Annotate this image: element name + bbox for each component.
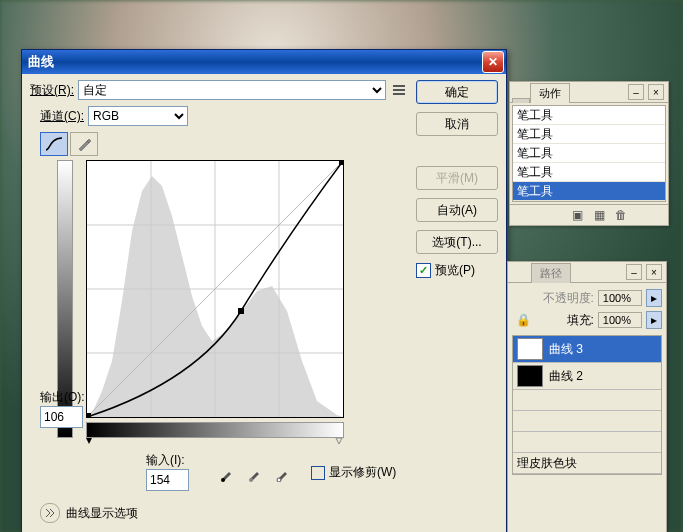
layer-item[interactable] — [513, 390, 661, 411]
curve-tool-button[interactable] — [40, 132, 68, 156]
curve-endpoint[interactable] — [339, 161, 343, 165]
panel-minimize-button[interactable]: – — [626, 264, 642, 280]
svg-marker-7 — [336, 438, 342, 444]
pencil-icon — [77, 137, 91, 151]
opacity-label: 不透明度: — [543, 290, 594, 307]
actions-footer: ▣ ▦ 🗑 — [510, 204, 668, 225]
tab-hidden[interactable] — [512, 98, 530, 103]
layer-thumb — [517, 365, 543, 387]
pencil-tool-button[interactable] — [70, 132, 98, 156]
preview-label: 预览(P) — [435, 262, 475, 279]
action-item[interactable]: 笔工具 — [513, 106, 665, 125]
opacity-arrow[interactable]: ▸ — [646, 289, 662, 307]
preset-label: 预设(R): — [30, 82, 74, 99]
gray-point-eyedropper[interactable] — [245, 462, 265, 482]
svg-point-10 — [277, 478, 281, 482]
layer-item[interactable]: 曲线 2 — [513, 363, 661, 390]
expand-options-button[interactable] — [40, 503, 60, 523]
layer-item[interactable] — [513, 432, 661, 453]
actions-list: 笔工具 笔工具 笔工具 笔工具 笔工具 — [512, 105, 666, 202]
curve-point[interactable] — [238, 308, 244, 314]
curve-icon — [45, 137, 63, 151]
curve-endpoint[interactable] — [87, 413, 91, 417]
action-item[interactable]: 笔工具 — [513, 144, 665, 163]
show-clipping-label: 显示修剪(W) — [329, 464, 396, 481]
layer-name: 曲线 3 — [549, 341, 583, 358]
action-item[interactable]: 笔工具 — [513, 182, 665, 201]
trash-icon[interactable]: 🗑 — [614, 208, 628, 222]
chevron-down-icon — [45, 508, 55, 518]
output-input[interactable] — [40, 406, 83, 428]
actions-panel: 动作 – × 笔工具 笔工具 笔工具 笔工具 笔工具 ▣ ▦ 🗑 — [509, 81, 669, 226]
action-item[interactable]: 笔工具 — [513, 163, 665, 182]
layers-panel: . 路径 – × 不透明度: 100% ▸ 🔒 填充: 100% ▸ 曲线 3 — [507, 261, 667, 532]
input-gradient — [86, 422, 344, 438]
black-point-eyedropper[interactable] — [217, 462, 237, 482]
display-options-label: 曲线显示选项 — [66, 505, 138, 522]
tab-actions[interactable]: 动作 — [530, 83, 570, 103]
auto-button[interactable]: 自动(A) — [416, 198, 498, 222]
layer-item[interactable] — [513, 411, 661, 432]
preset-select[interactable]: 自定 — [78, 80, 386, 100]
cancel-button[interactable]: 取消 — [416, 112, 498, 136]
panel-close-button[interactable]: × — [648, 84, 664, 100]
new-icon[interactable]: ▦ — [592, 208, 606, 222]
tab-paths[interactable]: 路径 — [531, 263, 571, 283]
svg-point-8 — [221, 478, 225, 482]
opacity-value[interactable]: 100% — [598, 290, 642, 306]
output-label: 输出(O): — [40, 389, 85, 406]
close-icon: ✕ — [488, 55, 498, 69]
svg-point-9 — [249, 478, 253, 482]
layer-name: 理皮肤色块 — [517, 455, 577, 472]
input-label: 输入(I): — [146, 452, 185, 469]
preview-checkbox[interactable] — [416, 263, 431, 278]
white-point-eyedropper[interactable] — [273, 462, 293, 482]
folder-icon[interactable]: ▣ — [570, 208, 584, 222]
fill-arrow[interactable]: ▸ — [646, 311, 662, 329]
dialog-title: 曲线 — [28, 53, 54, 71]
curves-dialog: 曲线 ✕ 预设(R): 自定 通道(C): RGB — [21, 49, 507, 532]
layer-thumb — [517, 338, 543, 360]
channel-label: 通道(C): — [40, 108, 84, 125]
layer-item[interactable]: 理皮肤色块 — [513, 453, 661, 474]
smooth-button: 平滑(M) — [416, 166, 498, 190]
curves-graph[interactable] — [86, 160, 344, 418]
layer-name: 曲线 2 — [549, 368, 583, 385]
layer-list: 曲线 3 曲线 2 理皮肤色块 — [512, 335, 662, 475]
ok-button[interactable]: 确定 — [416, 80, 498, 104]
channel-select[interactable]: RGB — [88, 106, 188, 126]
show-clipping-checkbox[interactable] — [311, 466, 325, 480]
lock-icon[interactable]: 🔒 — [516, 313, 531, 327]
fill-value[interactable]: 100% — [598, 312, 642, 328]
panel-minimize-button[interactable]: – — [628, 84, 644, 100]
layer-item[interactable]: 曲线 3 — [513, 336, 661, 363]
options-button[interactable]: 选项(T)... — [416, 230, 498, 254]
input-input[interactable] — [146, 469, 189, 491]
close-button[interactable]: ✕ — [482, 51, 504, 73]
preset-menu-icon[interactable] — [390, 81, 408, 99]
slider-markers[interactable] — [84, 438, 344, 448]
action-item[interactable]: 笔工具 — [513, 125, 665, 144]
dialog-titlebar[interactable]: 曲线 ✕ — [22, 50, 506, 74]
svg-marker-6 — [86, 438, 92, 444]
panel-close-button[interactable]: × — [646, 264, 662, 280]
fill-label: 填充: — [567, 312, 594, 329]
